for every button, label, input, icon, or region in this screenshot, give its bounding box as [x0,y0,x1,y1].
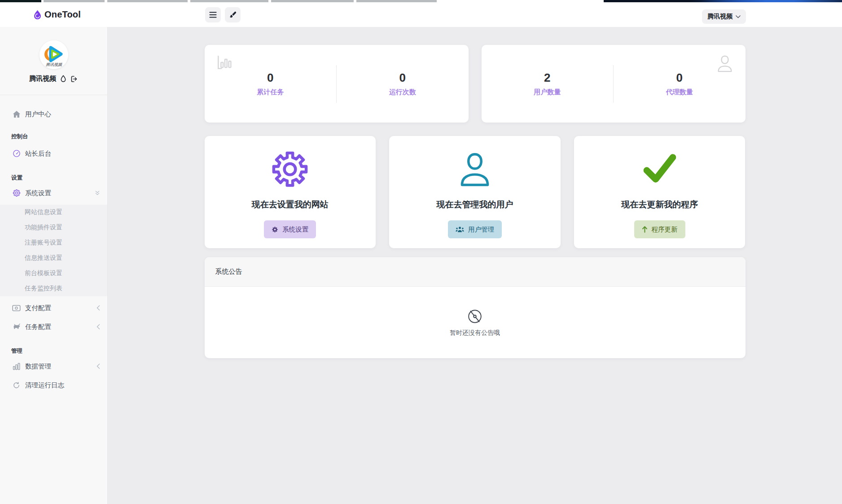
submenu-item-plugins[interactable]: 功能插件设置 [0,220,107,235]
update-program-card: 现在去更新我的程序 程序更新 [574,136,746,248]
dashboard-icon [12,149,21,158]
browser-tab-strip [0,0,842,2]
sidebar-item-admin-backend[interactable]: 站长后台 [0,145,107,162]
dog-icon [12,323,21,330]
submenu-item-template[interactable]: 前台模板设置 [0,266,107,281]
stat-value: 2 [544,71,550,85]
profile-name: 腾讯视频 [29,75,56,83]
tencent-video-logo-icon: 腾讯视频 [39,40,68,69]
announcement-empty-state: 暂时还没有公告哦 [205,287,746,358]
sidebar-section-manage: 管理 [0,347,107,355]
stat-label: 用户数量 [534,88,561,96]
action-button-label: 程序更新 [652,225,678,234]
sidebar-menu: 用户中心 控制台 站长后台 设置 系统设置 [0,95,107,393]
theme-droplet-button[interactable] [60,75,66,83]
no-data-icon [467,308,483,324]
sidebar-section-console: 控制台 [0,133,107,140]
avatar-caption: 腾讯视频 [46,62,63,67]
sidebar-item-label: 系统设置 [25,189,51,197]
gear-large-icon [270,149,310,190]
announcement-panel: 系统公告 暂时还没有公告哦 [205,257,746,358]
action-card-title: 现在去设置我的网站 [252,199,329,210]
tasks-stat-card: 0 累计任务 0 运行次数 [205,45,469,123]
user-manage-button[interactable]: 用户管理 [448,220,502,238]
chart-icon [215,54,234,71]
sidebar-item-user-center[interactable]: 用户中心 [0,106,107,122]
stat-label: 运行次数 [389,88,416,96]
action-button-label: 用户管理 [468,225,494,234]
sidebar-item-label: 站长后台 [25,149,51,158]
chevron-left-icon [96,324,100,329]
stat-total-tasks: 0 累计任务 [205,71,337,96]
menu-toggle-button[interactable] [205,7,221,22]
arrow-up-icon [642,226,648,233]
checkmark-large-icon [640,149,679,190]
stat-run-count: 0 运行次数 [337,71,469,96]
users-icon [456,226,464,232]
brand-logo: OneTool [34,2,81,27]
action-card-title: 现在去更新我的程序 [621,199,698,210]
sidebar-item-label: 任务配置 [25,323,51,331]
stat-value: 0 [267,71,273,85]
brand-name: OneTool [44,9,81,20]
stat-label: 代理数量 [666,88,693,96]
stat-label: 累计任务 [257,88,284,96]
stat-row: 0 累计任务 0 运行次数 2 用户数量 [205,45,746,123]
system-settings-button[interactable]: 系统设置 [264,220,316,238]
gear-icon [12,189,21,197]
bar-chart-icon [12,363,21,370]
stat-value: 0 [399,71,406,85]
submenu-item-push[interactable]: 信息推送设置 [0,250,107,266]
action-card-title: 现在去管理我的用户 [436,199,513,210]
stat-agent-count: 0 代理数量 [614,71,746,96]
droplet-icon [60,75,66,83]
sidebar-item-system-settings[interactable]: 系统设置 [0,185,107,201]
announcement-empty-text: 暂时还没有公告哦 [450,329,500,337]
stat-user-count: 2 用户数量 [482,71,614,96]
logout-icon [70,75,78,83]
theme-brush-button[interactable] [225,7,241,22]
hamburger-icon [209,12,217,18]
users-stat-card: 2 用户数量 0 代理数量 [482,45,746,123]
system-settings-submenu: 网站信息设置 功能插件设置 注册账号设置 信息推送设置 前台模板设置 任务监控列… [0,205,107,296]
setup-site-card: 现在去设置我的网站 系统设置 [205,136,376,248]
sidebar-item-task-config[interactable]: 任务配置 [0,319,107,335]
submenu-item-site-info[interactable]: 网站信息设置 [0,205,107,220]
workspace-dropdown-label: 腾讯视频 [707,13,732,21]
sidebar-item-label: 清理运行日志 [25,381,64,390]
sidebar-item-clear-logs[interactable]: 清理运行日志 [0,377,107,393]
chevron-left-icon [96,364,100,369]
sidebar-item-data-manage[interactable]: 数据管理 [0,358,107,374]
topbar: OneTool 腾讯视频 [0,2,842,27]
action-row: 现在去设置我的网站 系统设置 现在去管理我的用户 [205,136,746,248]
brush-icon [229,11,237,19]
person-large-icon [458,149,492,190]
chevron-left-icon [96,305,100,311]
submenu-item-task-monitor[interactable]: 任务监控列表 [0,281,107,296]
person-icon [716,54,734,73]
refresh-icon [12,381,21,389]
chevron-down-icon [736,15,741,18]
sidebar-item-label: 支付配置 [25,304,51,312]
gear-icon [272,226,278,233]
sidebar-item-payment-config[interactable]: 支付配置 [0,300,107,316]
avatar: 腾讯视频 [39,40,68,69]
workspace-dropdown[interactable]: 腾讯视频 [702,9,746,24]
logout-button[interactable] [70,75,78,83]
sidebar-section-settings: 设置 [0,174,107,181]
sidebar-item-label: 用户中心 [25,110,51,118]
program-update-button[interactable]: 程序更新 [634,220,685,238]
action-button-label: 系统设置 [282,225,308,234]
sidebar: 腾讯视频 腾讯视频 用户中心 控制台 [0,27,108,504]
main-content: 0 累计任务 0 运行次数 2 用户数量 [108,27,842,504]
droplet-logo-icon [34,10,41,19]
manage-users-card: 现在去管理我的用户 用户管理 [389,136,561,248]
chevron-double-down-icon [95,190,100,196]
banknote-icon [12,305,21,311]
submenu-item-register[interactable]: 注册账号设置 [0,235,107,250]
home-icon [12,110,21,118]
sidebar-item-label: 数据管理 [25,362,51,371]
announcement-header: 系统公告 [205,257,746,287]
stat-value: 0 [676,71,683,85]
